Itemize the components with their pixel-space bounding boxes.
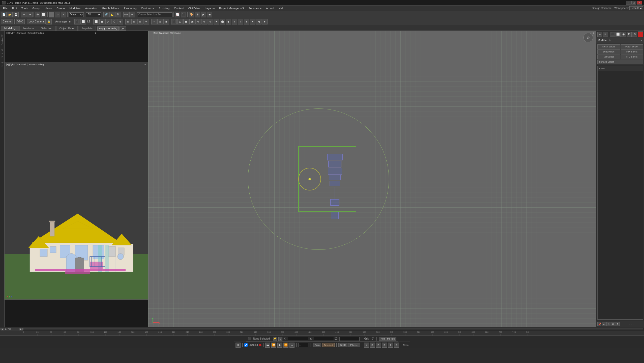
modifier-tool-btn[interactable]: ⚙ — [632, 32, 637, 37]
play-btn[interactable]: ▶ — [277, 343, 282, 348]
vmc-btn[interactable]: VMC — [16, 19, 25, 24]
menu-civil-view[interactable]: Civil View — [186, 6, 202, 10]
menu-layama[interactable]: Layama — [203, 6, 217, 10]
select-button[interactable]: ✥ — [35, 12, 40, 17]
next-frame-btn[interactable]: ⏩ — [283, 343, 288, 348]
display-btn1[interactable]: ⬛ — [74, 19, 80, 24]
tool-b[interactable]: ◼ — [99, 19, 105, 24]
add-modifier-btn[interactable]: + — [597, 32, 602, 37]
tab-modeling[interactable]: Modeling — [1, 26, 19, 31]
scroll-left-btn[interactable]: ◀ — [1, 328, 4, 330]
tool-d[interactable]: ⬡ — [111, 19, 117, 24]
menu-rendering[interactable]: Rendering — [122, 6, 139, 10]
tool-s[interactable]: ⊖ — [208, 19, 213, 24]
menu-project-manager[interactable]: Project Manager v.3 — [217, 6, 246, 10]
tab-selection[interactable]: Selection — [38, 26, 55, 31]
timeline-scrollbar[interactable] — [23, 328, 643, 330]
add-time-tag-btn[interactable]: Add Time Tag — [379, 337, 396, 341]
title-bar-controls[interactable]: − □ × — [626, 1, 642, 5]
y-input[interactable] — [314, 337, 334, 341]
modifier-sel-btn[interactable]: ⊞ — [627, 32, 632, 37]
tool-i[interactable]: ⟳ — [143, 19, 149, 24]
key-filter-btn[interactable]: 🔑 — [273, 337, 277, 341]
go-end-btn[interactable]: ⏭ — [289, 343, 295, 348]
schematic-button[interactable]: ⬛ — [181, 12, 186, 17]
menu-views[interactable]: Views — [43, 6, 54, 10]
redo-button[interactable]: ↪ — [27, 12, 33, 17]
percent-snap[interactable]: % — [115, 12, 121, 17]
menu-content[interactable]: Content — [172, 6, 186, 10]
lock-icon[interactable]: 🔒 — [46, 19, 52, 24]
viewport-tl[interactable]: [+] [flyby] [Standard] [Default Shading]… — [5, 31, 148, 62]
workspace-dropdown[interactable]: Default — [629, 6, 643, 10]
scale-button[interactable]: ⤡ — [61, 12, 66, 17]
select-region-button[interactable]: ⬜ — [41, 12, 46, 17]
subdivision-btn[interactable]: Subdivision — [597, 49, 620, 54]
maximize-button[interactable]: □ — [631, 1, 636, 5]
menu-modifiers[interactable]: Modifiers — [67, 6, 83, 10]
curve-editor-button[interactable]: 📈 — [175, 12, 180, 17]
cleaner-btn[interactable]: Cleaner — [1, 19, 13, 24]
tool-g[interactable]: ⊟ — [131, 19, 137, 24]
lock-camera-btn[interactable]: Lock Camera — [27, 19, 45, 24]
menu-create[interactable]: Create — [54, 6, 67, 10]
mirror-button[interactable]: ⟺ — [123, 12, 129, 17]
stack-copy-btn[interactable]: ⎘ — [606, 322, 610, 326]
stack-pin-btn[interactable]: 📌 — [597, 322, 601, 326]
frame-input[interactable] — [298, 343, 308, 347]
tool-t[interactable]: ✦ — [214, 19, 219, 24]
tool-q[interactable]: ⊕ — [195, 19, 201, 24]
menu-animation[interactable]: Animation — [83, 6, 100, 10]
tool-ab[interactable]: ▶ — [262, 19, 268, 24]
modifier-stack-item[interactable]: Select — [598, 66, 643, 71]
tool-p[interactable]: ▣ — [189, 19, 195, 24]
stack-options-btn[interactable]: ⚙ — [616, 322, 620, 326]
tool-a[interactable]: ⬜ — [93, 19, 99, 24]
modifier-list-dropdown-arrow[interactable]: ▼ — [640, 39, 642, 42]
filter-all-dropdown[interactable]: All — [86, 12, 101, 17]
angle-snap[interactable]: 📐 — [109, 12, 115, 17]
poly-select-btn[interactable]: Poly Select — [621, 49, 643, 54]
tool-h[interactable]: ⊠ — [137, 19, 143, 24]
tool-y[interactable]: ▲ — [244, 19, 249, 24]
stack-list-btn[interactable]: ≡ — [602, 322, 606, 326]
ref-coord-dropdown[interactable]: View — [69, 12, 84, 17]
render-button[interactable]: ▶ — [201, 12, 206, 17]
tool-n[interactable]: ◻ — [177, 19, 183, 24]
go-start-btn[interactable]: ⏮ — [265, 343, 270, 348]
open-button[interactable]: 📂 — [7, 12, 13, 17]
tool-aa[interactable]: ◀ — [256, 19, 261, 24]
viewport-bl-filter-icon[interactable]: ▼ — [144, 63, 146, 66]
tool-m[interactable]: ⬛ — [171, 19, 177, 24]
tool-k[interactable]: ◎ — [157, 19, 163, 24]
menu-edit[interactable]: Edit — [10, 6, 19, 10]
snap-toggle[interactable]: 🔗 — [103, 12, 109, 17]
enabled-checkbox[interactable] — [244, 343, 248, 347]
viewport-bl[interactable]: [+] [flyby] [Standard] [Default Shading]… — [5, 62, 148, 299]
modifier-view-btn[interactable]: ⬛ — [610, 32, 615, 37]
menu-customize[interactable]: Customize — [139, 6, 156, 10]
auto-btn[interactable]: Auto — [313, 343, 321, 347]
selection-set-input[interactable] — [137, 12, 172, 17]
z-input[interactable] — [339, 337, 360, 341]
tool-l[interactable]: ◉ — [163, 19, 169, 24]
stack-delete-btn[interactable]: ✕ — [611, 322, 615, 326]
menu-tools[interactable]: Tools — [19, 6, 30, 10]
tool-r[interactable]: ⊗ — [201, 19, 207, 24]
tool-w[interactable]: ⬥ — [232, 19, 237, 24]
prev-frame-btn[interactable]: ⏪ — [271, 343, 276, 348]
menu-file[interactable]: File — [1, 6, 10, 10]
render-setup-button[interactable]: ⚙ — [195, 12, 200, 17]
extra-btn5[interactable]: ⊕ — [388, 343, 393, 348]
menu-group[interactable]: Group — [30, 6, 42, 10]
close-button[interactable]: × — [637, 1, 642, 5]
extra-btn1[interactable]: ↕ — [364, 343, 369, 348]
tool-c[interactable]: ▷ — [105, 19, 111, 24]
modifier-edit-btn[interactable]: ✏ — [603, 32, 608, 37]
save-button[interactable]: 💾 — [13, 12, 19, 17]
move-button[interactable]: ↔ — [49, 12, 54, 17]
menu-help[interactable]: Help — [277, 6, 286, 10]
ffd-select-btn[interactable]: FFD Select — [621, 54, 643, 59]
filters-btn[interactable]: Filters... — [348, 343, 360, 347]
viewport-tl-filter[interactable]: ▼ — [94, 32, 97, 34]
